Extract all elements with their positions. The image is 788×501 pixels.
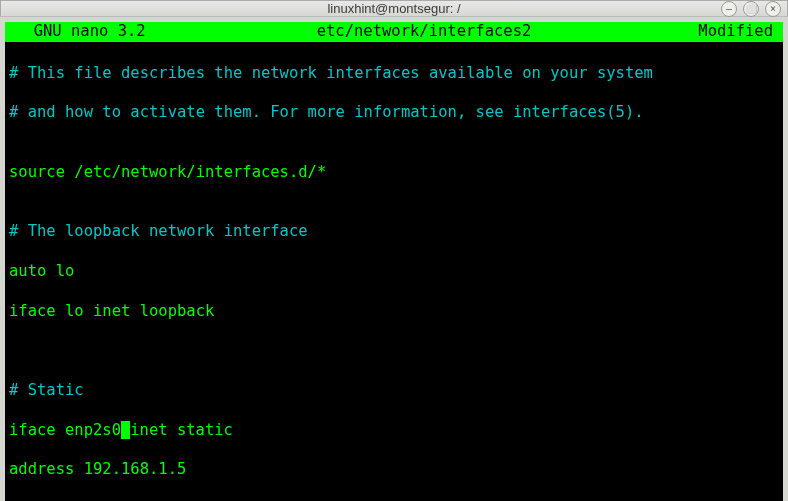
window-title: linuxhint@montsegur: / bbox=[1, 1, 787, 16]
editor-area[interactable]: # This file describes the network interf… bbox=[5, 42, 783, 501]
nano-shortcut-bar: ^GGet Help ^OWrite Out ^WWhere Is ^KCut … bbox=[9, 478, 779, 501]
nano-status: Modified bbox=[669, 22, 779, 42]
minimize-button[interactable]: – bbox=[721, 1, 737, 17]
terminal-container: GNU nano 3.2 etc/network/interfaces2 Mod… bbox=[0, 17, 788, 501]
window-buttons: – ⬜ × bbox=[721, 1, 781, 17]
editor-line: # Static bbox=[9, 381, 779, 401]
editor-line: # This file describes the network interf… bbox=[9, 64, 779, 84]
editor-line: auto lo bbox=[9, 262, 779, 282]
text-cursor bbox=[121, 421, 130, 439]
terminal[interactable]: GNU nano 3.2 etc/network/interfaces2 Mod… bbox=[5, 22, 783, 501]
editor-line: iface lo inet loopback bbox=[9, 302, 779, 322]
editor-line-cursor: iface enp2s0inet static bbox=[9, 421, 779, 441]
close-button[interactable]: × bbox=[765, 1, 781, 17]
maximize-button[interactable]: ⬜ bbox=[743, 1, 759, 17]
window-titlebar: linuxhint@montsegur: / – ⬜ × bbox=[0, 0, 788, 17]
nano-version: GNU nano 3.2 bbox=[9, 22, 179, 42]
nano-titlebar: GNU nano 3.2 etc/network/interfaces2 Mod… bbox=[5, 22, 783, 42]
editor-line: # The loopback network interface bbox=[9, 222, 779, 242]
editor-line: # and how to activate them. For more inf… bbox=[9, 103, 779, 123]
nano-filename: etc/network/interfaces2 bbox=[179, 22, 669, 42]
editor-line: source /etc/network/interfaces.d/* bbox=[9, 163, 779, 183]
